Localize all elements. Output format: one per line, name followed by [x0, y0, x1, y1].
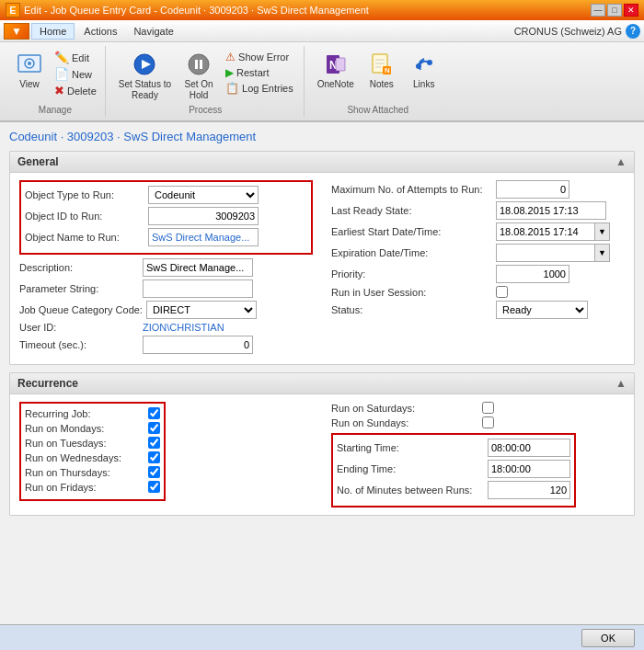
run-in-user-session-checkbox[interactable]: [496, 286, 508, 298]
recurrence-left-col: Recurring Job: Run on Mondays: Run on Tu…: [19, 402, 313, 507]
general-left-col: Object Type to Run: CodeunitReportXMLpor…: [19, 180, 313, 357]
general-right-col: Maximum No. of Attempts to Run: Last Rea…: [331, 180, 625, 357]
expiration-input[interactable]: [496, 244, 595, 262]
run-sunday-checkbox[interactable]: [482, 416, 494, 428]
menu-actions[interactable]: Actions: [76, 24, 124, 39]
status-bar: OK: [0, 624, 644, 650]
links-label: Links: [413, 79, 434, 89]
new-label: New: [72, 69, 92, 80]
starting-time-row: Starting Time:: [337, 439, 570, 457]
run-thursday-row: Run on Thursdays:: [25, 466, 160, 478]
job-queue-category-row: Job Queue Category Code: DIRECT: [19, 301, 313, 319]
delete-button[interactable]: ✖ Delete: [52, 83, 99, 98]
timeout-input[interactable]: [143, 336, 253, 354]
earliest-start-input[interactable]: [496, 222, 595, 241]
max-attempts-input[interactable]: [496, 180, 569, 199]
notes-button[interactable]: N Notes: [363, 48, 400, 91]
svg-rect-10: [336, 58, 345, 71]
earliest-start-row: Earliest Start Date/Time: ▼: [331, 222, 625, 241]
svg-point-17: [427, 60, 432, 65]
edit-button[interactable]: ✏️ Edit: [52, 50, 99, 65]
run-saturday-checkbox[interactable]: [482, 402, 494, 414]
run-friday-checkbox[interactable]: [148, 481, 160, 493]
timeout-row: Timeout (sec.):: [19, 336, 313, 354]
set-status-ready-button[interactable]: Set Status toReady: [115, 48, 175, 103]
svg-text:N: N: [385, 66, 390, 74]
maximize-button[interactable]: □: [607, 4, 622, 17]
description-input[interactable]: [143, 258, 253, 277]
restart-label: Restart: [236, 67, 269, 78]
svg-point-18: [416, 63, 421, 69]
expiration-row: Expiration Date/Time: ▼: [331, 244, 625, 262]
minimize-button[interactable]: —: [591, 4, 605, 17]
description-row: Description:: [19, 258, 313, 277]
delete-icon: ✖: [54, 84, 64, 97]
run-wednesday-row: Run on Wednesdays:: [25, 451, 160, 463]
user-id-link[interactable]: ZION\CHRISTIAN: [143, 322, 224, 333]
general-section: General ▲ Object Type to Run: CodeunitRe…: [9, 151, 635, 365]
log-entries-button[interactable]: 📋 Log Entries: [223, 81, 296, 96]
recurrence-collapse-icon[interactable]: ▲: [615, 377, 627, 390]
set-on-hold-label: Set OnHold: [184, 79, 213, 101]
recurrence-section-body: Recurring Job: Run on Mondays: Run on Tu…: [10, 394, 634, 515]
close-button[interactable]: ✕: [624, 4, 638, 17]
recurrence-section: Recurrence ▲ Recurring Job: Run on Monda: [9, 372, 635, 516]
highlighted-fields-group: Object Type to Run: CodeunitReportXMLpor…: [19, 180, 313, 255]
set-status-icon: [130, 50, 159, 79]
run-wednesday-checkbox[interactable]: [148, 451, 160, 463]
set-status-ready-label: Set Status toReady: [119, 79, 171, 101]
recurring-job-row: Recurring Job:: [25, 407, 160, 419]
process-group-label: Process: [115, 105, 296, 115]
log-entries-label: Log Entries: [242, 83, 293, 94]
minutes-between-runs-input[interactable]: [488, 481, 570, 499]
run-friday-row: Run on Fridays:: [25, 481, 160, 493]
run-monday-checkbox[interactable]: [148, 422, 160, 434]
svg-rect-7: [200, 60, 202, 69]
expiration-dropdown-btn[interactable]: ▼: [595, 244, 610, 262]
ending-time-input[interactable]: [488, 460, 570, 478]
edit-icon: ✏️: [54, 51, 69, 64]
show-error-button[interactable]: ⚠ Show Error: [223, 50, 296, 64]
app-logo[interactable]: ▼: [4, 23, 29, 40]
ok-button[interactable]: OK: [581, 629, 635, 647]
links-button[interactable]: Links: [406, 48, 443, 91]
run-tuesday-checkbox[interactable]: [148, 437, 160, 449]
priority-input[interactable]: [496, 265, 569, 283]
set-on-hold-button[interactable]: Set OnHold: [180, 48, 217, 103]
run-tuesday-row: Run on Tuesdays:: [25, 437, 160, 449]
svg-point-5: [189, 54, 209, 74]
object-name-link[interactable]: SwS Direct Manage...: [148, 228, 259, 246]
general-collapse-icon[interactable]: ▲: [615, 155, 627, 168]
new-button[interactable]: 📄 New: [52, 66, 99, 82]
user-id-row: User ID: ZION\CHRISTIAN: [19, 322, 313, 333]
menu-navigate[interactable]: Navigate: [126, 24, 180, 39]
recurrence-checkboxes-group: Recurring Job: Run on Mondays: Run on Tu…: [19, 402, 166, 501]
svg-point-2: [28, 62, 31, 65]
run-thursday-checkbox[interactable]: [148, 466, 160, 478]
title-bar: E Edit - Job Queue Entry Card - Codeunit…: [0, 0, 644, 20]
menu-home[interactable]: Home: [31, 23, 75, 40]
minutes-between-runs-row: No. of Minutes between Runs:: [337, 481, 570, 499]
help-icon[interactable]: ?: [626, 24, 640, 39]
object-id-input[interactable]: [148, 207, 259, 225]
window-controls: — □ ✕: [591, 4, 638, 17]
object-type-select[interactable]: CodeunitReportXMLport: [148, 186, 259, 204]
starting-time-input[interactable]: [488, 439, 570, 457]
last-ready-state-input[interactable]: [496, 201, 606, 220]
parameter-string-input[interactable]: [143, 279, 253, 298]
menu-bar: ▼ Home Actions Navigate CRONUS (Schweiz)…: [0, 20, 644, 42]
view-button[interactable]: View: [11, 48, 48, 91]
time-fields-group: Starting Time: Ending Time: No. of Minut…: [331, 433, 576, 507]
recurring-job-checkbox[interactable]: [148, 407, 160, 419]
job-queue-category-select[interactable]: DIRECT: [146, 301, 257, 319]
set-on-hold-icon: [184, 50, 213, 79]
view-icon: [15, 50, 44, 79]
breadcrumb: Codeunit · 3009203 · SwS Direct Manageme…: [9, 130, 635, 143]
onenote-button[interactable]: N OneNote: [314, 48, 358, 91]
recurrence-section-header: Recurrence ▲: [10, 373, 634, 394]
delete-label: Delete: [67, 86, 97, 97]
restart-button[interactable]: ▶ Restart: [223, 65, 296, 80]
status-select[interactable]: ReadyOn HoldIn ProcessError: [496, 301, 588, 319]
earliest-start-dropdown-btn[interactable]: ▼: [595, 222, 610, 241]
ribbon: View ✏️ Edit 📄 New ✖ Delete Manage: [0, 42, 644, 122]
